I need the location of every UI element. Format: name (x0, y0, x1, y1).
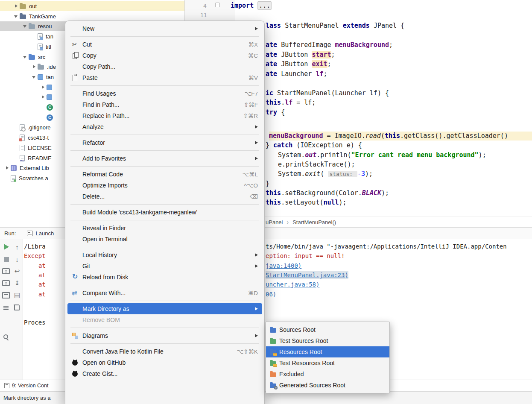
expand-arrow-icon[interactable] (31, 74, 38, 80)
menu-item-git[interactable]: Git (67, 261, 262, 272)
menu-item-label: Build Module 'csc413-tankgame-meganlew' (82, 209, 258, 216)
menu-shortcut: ⌥⌘L (242, 171, 258, 178)
submenu-arrow-icon (255, 253, 258, 257)
submenu-item-sources-root[interactable]: Sources Root (266, 324, 389, 335)
menu-item-compare-with[interactable]: Compare With...⌘D (67, 287, 262, 299)
expand-arrow-icon[interactable] (13, 13, 20, 20)
menu-item-label: Open on GitHub (82, 359, 258, 366)
expand-arrow-icon[interactable] (40, 94, 47, 100)
menu-item-paste[interactable]: Paste⌘V (67, 72, 262, 83)
folder-icon (38, 65, 44, 70)
menu-item-analyze[interactable]: Analyze (67, 121, 262, 132)
submenu-arrow-icon (255, 141, 258, 144)
menu-item-label: Reveal in Finder (82, 225, 258, 231)
menu-item-convert-java-file-to-kotlin-file[interactable]: Convert Java File to Kotlin File⌥⇧⌘K (67, 346, 262, 357)
breadcrumb-item-class[interactable]: uPanel (266, 219, 283, 225)
menu-item-build-module-csc413-tankgame-meganlew[interactable]: Build Module 'csc413-tankgame-meganlew' (67, 207, 262, 218)
menu-shortcut: ⌘C (248, 52, 258, 59)
stop-button[interactable] (2, 255, 11, 263)
menu-item-find-in-path[interactable]: Find in Path...⇧⌘F (67, 99, 262, 110)
menu-item-optimize-imports[interactable]: Optimize Imports^⌥O (67, 180, 262, 191)
expand-arrow-icon[interactable] (22, 54, 29, 60)
menu-item-label: New (82, 25, 250, 32)
run-tab[interactable]: Launch (27, 230, 54, 237)
console-text: at (38, 261, 46, 270)
thread-dump-button[interactable] (2, 279, 10, 287)
menu-item-cut[interactable]: Cut⌘X (67, 39, 262, 50)
tree-item-label: README (28, 155, 52, 161)
rerun-button[interactable] (2, 243, 11, 251)
menu-item-create-gist[interactable]: Create Gist... (67, 368, 262, 379)
menu-item-label: Create Gist... (82, 370, 258, 377)
console-text: at (38, 280, 46, 289)
down-stack-button[interactable] (13, 255, 21, 263)
fold-marker[interactable] (215, 3, 220, 7)
menu-icon-spacer (71, 305, 82, 312)
cut-icon (71, 41, 82, 48)
tree-item-label: titl (46, 44, 51, 50)
restore-layout-button[interactable] (2, 291, 10, 299)
menu-item-replace-in-path[interactable]: Replace in Path...⇧⌘R (67, 110, 262, 121)
layers-button[interactable] (2, 304, 10, 312)
submenu-item-excluded[interactable]: Excluded (266, 369, 389, 380)
libraries-icon (11, 165, 17, 171)
softwrap-button[interactable] (13, 267, 21, 275)
arrow-spacer (40, 114, 47, 121)
tree-item-tankgame[interactable]: TankGame (0, 12, 184, 21)
expand-arrow-icon[interactable] (4, 165, 11, 171)
expand-arrow-icon[interactable] (13, 3, 20, 9)
menu-item-label: Paste (82, 74, 240, 81)
menu-item-reload-from-disk[interactable]: Reload from Disk (67, 272, 262, 283)
expand-arrow-icon[interactable] (40, 84, 47, 91)
print-button[interactable] (13, 291, 21, 299)
tree-item-label: LICENSE (28, 145, 52, 151)
menu-icon-spacer (71, 193, 82, 200)
toolwindow-version-control-button[interactable]: 9: Version Cont (12, 383, 48, 389)
submenu-item-test-resources-root[interactable]: Test Resources Root (266, 357, 389, 369)
menu-item-add-to-favorites[interactable]: Add to Favorites (67, 153, 262, 164)
menu-item-mark-directory-as[interactable]: Mark Directory as (67, 303, 262, 314)
tree-item-out[interactable]: out (0, 1, 184, 11)
up-stack-button[interactable] (13, 243, 21, 251)
submenu-arrow-icon (255, 125, 258, 129)
menu-item-reformat-code[interactable]: Reformat Code⌥⌘L (67, 169, 262, 180)
menu-item-copy-path[interactable]: Copy Path... (67, 61, 262, 72)
expand-arrow-icon[interactable] (22, 23, 29, 29)
submenu-arrow-icon (255, 334, 258, 337)
clear-button[interactable] (12, 303, 21, 311)
submenu-item-resources-root[interactable]: Resources Root (266, 346, 389, 357)
folder-project-icon (20, 15, 26, 19)
screenshot-button[interactable] (2, 267, 10, 275)
menu-item-local-history[interactable]: Local History (67, 249, 262, 261)
console-text: eption: input == null! (266, 252, 345, 260)
menu-item-remove-bom[interactable]: Remove BOM (67, 314, 262, 325)
expand-arrow-icon[interactable] (31, 64, 38, 70)
console-stacktrace-link[interactable]: java:1400) (266, 261, 301, 270)
tree-item-label: TankGame (29, 13, 56, 20)
menu-item-refactor[interactable]: Refactor (67, 137, 262, 148)
scroll-end-button[interactable] (13, 279, 21, 287)
breadcrumb-item-method[interactable]: StartMenuPanel() (292, 219, 336, 225)
menu-item-find-usages[interactable]: Find Usages⌥F7 (67, 88, 262, 99)
mark-directory-as-submenu: Sources RootTest Sources RootResources R… (266, 322, 390, 393)
file-module-icon (20, 135, 25, 141)
menu-item-delete[interactable]: Delete...⌫ (67, 191, 262, 202)
menu-item-copy[interactable]: Copy⌘C (67, 50, 262, 61)
menu-item-open-on-github[interactable]: Open on GitHub (67, 357, 262, 368)
submenu-item-test-sources-root[interactable]: Test Sources Root (266, 335, 389, 346)
console-stacktrace-link[interactable]: uncher.java:58) (266, 280, 319, 289)
class-blue-icon (47, 114, 53, 121)
console-stacktrace-link[interactable]: 06) (266, 290, 276, 299)
arrow-spacer (13, 155, 20, 161)
compare-icon (71, 290, 82, 296)
menu-item-diagrams[interactable]: Diagrams (67, 330, 262, 341)
menu-icon-spacer (71, 263, 82, 269)
package-icon (47, 94, 52, 100)
menu-item-open-in-terminal[interactable]: Open in Terminal (67, 234, 262, 245)
console-stacktrace-link[interactable]: StartMenuPanel.java:23) (266, 271, 348, 279)
submenu-item-generated-sources-root[interactable]: Generated Sources Root (266, 380, 389, 391)
menu-item-new[interactable]: New (67, 23, 262, 34)
pin-button[interactable] (2, 333, 11, 342)
menu-shortcut: ⌘X (248, 41, 258, 48)
menu-item-reveal-in-finder[interactable]: Reveal in Finder (67, 222, 262, 234)
